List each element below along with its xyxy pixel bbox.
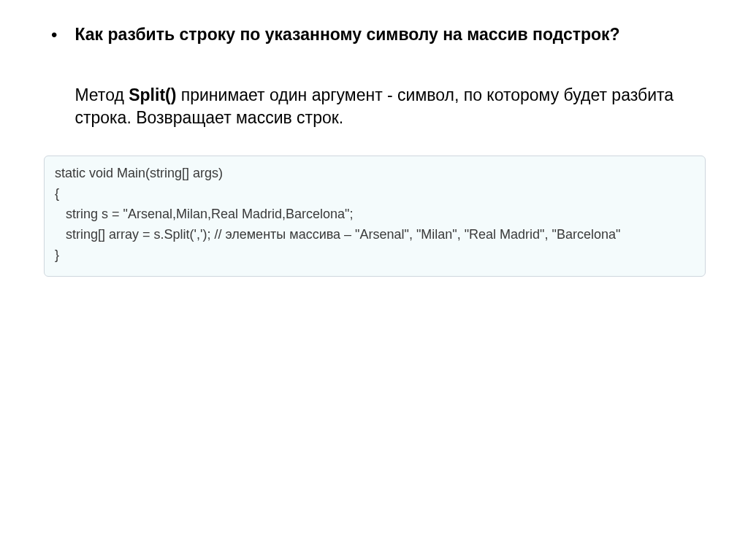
method-name: Split() <box>129 85 176 104</box>
answer-text: Метод Split() принимает один аргумент - … <box>75 84 704 129</box>
question-text: Как разбить строку по указанному символу… <box>75 23 704 46</box>
bullet-text: Как разбить строку по указанному символу… <box>75 23 704 129</box>
bullet-marker: • <box>51 25 57 129</box>
bullet-item: • Как разбить строку по указанному симво… <box>51 23 704 129</box>
code-block: static void Main(string[] args) { string… <box>44 156 706 276</box>
answer-pre: Метод <box>75 85 129 104</box>
slide-content: • Как разбить строку по указанному симво… <box>0 0 748 129</box>
